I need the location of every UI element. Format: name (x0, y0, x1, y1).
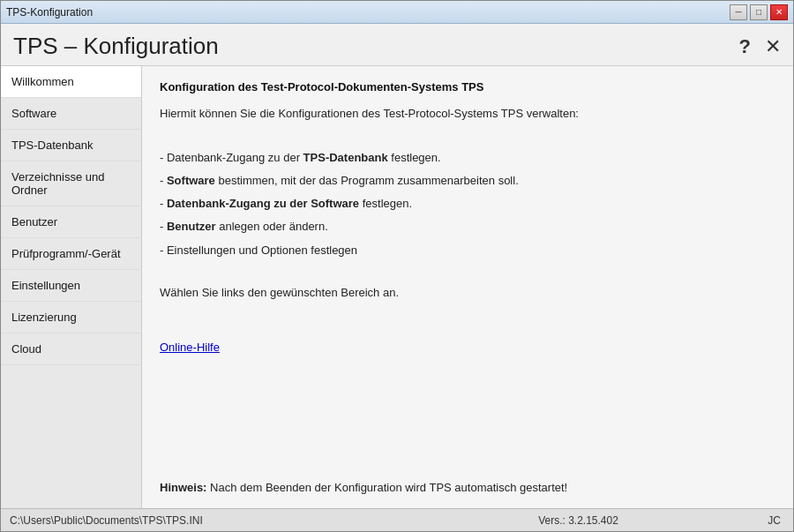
content-line-1: - Datenbank-Zugang zu der TPS-Datenbank … (160, 148, 775, 168)
content-line-5: - Einstellungen und Optionen festlegen (160, 241, 775, 260)
sidebar-item-verzeichnisse[interactable]: Verzeichnisse und Ordner (1, 161, 141, 206)
page-title: TPS – Konfiguration (13, 33, 219, 60)
minimize-button[interactable]: ─ (730, 4, 747, 20)
content-line-3: - Datenbank-Zugang zu der Software festl… (160, 194, 775, 214)
sidebar-item-software[interactable]: Software (1, 98, 141, 130)
title-bar: TPS-Konfiguration ─ □ ✕ (1, 1, 793, 24)
sidebar-item-lizenzierung[interactable]: Lizenzierung (1, 302, 141, 333)
online-help-link[interactable]: Online-Hilfe (160, 338, 220, 357)
status-user: JC (768, 514, 784, 527)
sidebar-item-willkommen[interactable]: Willkommen (1, 66, 141, 98)
sidebar-item-einstellungen[interactable]: Einstellungen (1, 270, 141, 302)
hint-label: Hinweis: Nach dem Beenden der Konfigurat… (160, 481, 567, 494)
maximize-button[interactable]: □ (750, 4, 768, 20)
status-bar: C:\Users\Public\Documents\TPS\TPS.INI Ve… (1, 508, 793, 531)
sidebar-item-pruefprogramm[interactable]: Prüfprogramm/-Gerät (1, 238, 141, 270)
status-version: Vers.: 3.2.15.402 (389, 514, 768, 527)
titlebar-close-button[interactable]: ✕ (770, 4, 788, 20)
close-button[interactable]: ✕ (765, 35, 781, 58)
content-select-area: Wählen Sie links den gewünschten Bereich… (160, 283, 775, 303)
status-path: C:\Users\Public\Documents\TPS\TPS.INI (10, 514, 389, 527)
content-body: Hiermit können Sie die Konfigurationen d… (160, 104, 775, 474)
main-content: Willkommen Software TPS-Datenbank Verzei… (1, 66, 793, 508)
content-area: Konfiguration des Test-Protocol-Dokument… (142, 66, 793, 508)
content-line-2: - Software bestimmen, mit der das Progra… (160, 171, 775, 191)
content-title: Konfiguration des Test-Protocol-Dokument… (160, 80, 775, 94)
sidebar-item-cloud[interactable]: Cloud (1, 333, 141, 365)
help-button[interactable]: ? (739, 35, 751, 58)
sidebar-item-tps-datenbank[interactable]: TPS-Datenbank (1, 130, 141, 161)
main-window: TPS-Konfiguration ─ □ ✕ TPS – Konfigurat… (0, 0, 794, 532)
titlebar-buttons: ─ □ ✕ (730, 4, 788, 20)
titlebar-text: TPS-Konfiguration (6, 6, 93, 19)
sidebar-item-benutzer[interactable]: Benutzer (1, 206, 141, 238)
content-line-4: - Benutzer anlegen oder ändern. (160, 217, 775, 236)
sidebar: Willkommen Software TPS-Datenbank Verzei… (1, 66, 142, 508)
header-actions: ? ✕ (739, 35, 781, 58)
content-intro: Hiermit können Sie die Konfigurationen d… (160, 104, 775, 124)
header: TPS – Konfiguration ? ✕ (1, 24, 793, 66)
hint-section: Hinweis: Nach dem Beenden der Konfigurat… (160, 474, 775, 494)
